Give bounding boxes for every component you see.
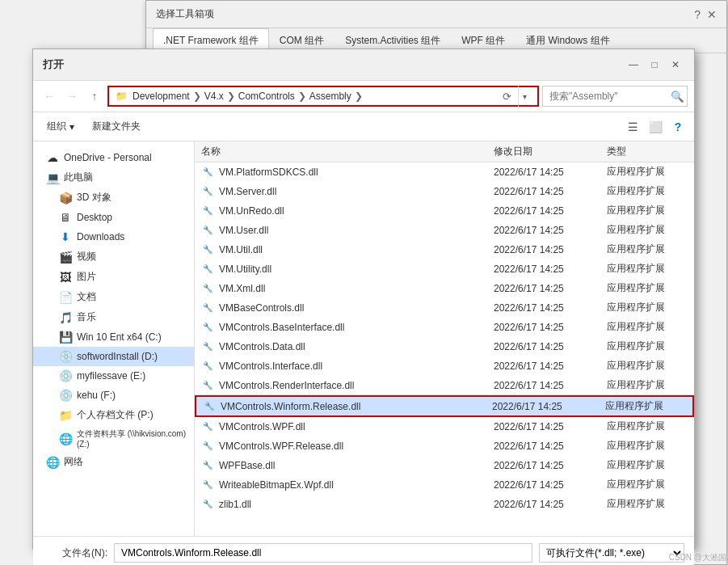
file-name-cell: 🔧VMControls.RenderInterface.dll bbox=[201, 379, 494, 392]
address-bar[interactable]: 📁 Development ❯ V4.x ❯ ComControls ❯ Ass… bbox=[107, 86, 539, 107]
address-dropdown-btn[interactable]: ▾ bbox=[518, 86, 531, 107]
bottom-bar: 文件名(N): 可执行文件(*.dll; *.exe) 打开(O) 取消 bbox=[33, 536, 694, 565]
file-row[interactable]: 🔧VMControls.Winform.Release.dll2022/6/17… bbox=[195, 395, 694, 417]
file-type-cell: 应用程序扩展 bbox=[607, 262, 688, 276]
file-date-cell: 2022/6/17 14:25 bbox=[492, 401, 605, 412]
search-btn[interactable]: 🔍 bbox=[671, 91, 684, 103]
tool-selector-help-btn[interactable]: ? bbox=[694, 8, 701, 21]
forward-btn[interactable]: → bbox=[62, 86, 82, 106]
sidebar-item-network[interactable]: 🌐 网络 bbox=[33, 452, 194, 472]
search-input[interactable] bbox=[542, 86, 688, 107]
filetype-dropdown[interactable]: 可执行文件(*.dll; *.exe) bbox=[539, 543, 684, 563]
sidebar-item-myfiles[interactable]: 💿 myfilessave (E:) bbox=[33, 366, 194, 386]
kehu-label: kehu (F:) bbox=[77, 390, 116, 401]
sidebar-item-share[interactable]: 🌐 文件资料共享 (\\hikvision.com) (Z:) bbox=[33, 425, 194, 452]
breadcrumb-assembly[interactable]: Assembly bbox=[309, 91, 351, 102]
filename-input[interactable] bbox=[114, 543, 532, 563]
file-dll-icon: 🔧 bbox=[201, 263, 214, 276]
sidebar-item-thispc[interactable]: 💻 此电脑 bbox=[33, 167, 194, 188]
sidebar-item-winc[interactable]: 💾 Win 10 Ent x64 (C:) bbox=[33, 327, 194, 347]
maximize-btn[interactable]: □ bbox=[646, 56, 663, 74]
file-date-cell: 2022/6/17 14:25 bbox=[494, 244, 607, 255]
sidebar-item-pictures[interactable]: 🖼 图片 bbox=[33, 267, 194, 287]
file-dll-icon: 🔧 bbox=[201, 379, 214, 392]
file-name-cell: 🔧VM.PlatformSDKCS.dll bbox=[201, 166, 494, 179]
file-row[interactable]: 🔧VM.Xml.dll2022/6/17 14:25应用程序扩展 bbox=[195, 279, 694, 298]
file-type-cell: 应用程序扩展 bbox=[607, 320, 688, 334]
open-dialog-title: 打开 bbox=[43, 57, 64, 72]
file-name-text: VM.User.dll bbox=[219, 225, 268, 236]
toolbar-right: ☰ ⬜ ? bbox=[623, 117, 688, 137]
address-bar-text: 📁 Development ❯ V4.x ❯ ComControls ❯ Ass… bbox=[116, 91, 495, 102]
sidebar-item-desktop[interactable]: 🖥 Desktop bbox=[33, 208, 194, 227]
header-type[interactable]: 类型 bbox=[607, 145, 688, 158]
sidebar-item-downloads[interactable]: ⬇ Downloads bbox=[33, 227, 194, 247]
sidebar-item-music[interactable]: 🎵 音乐 bbox=[33, 307, 194, 327]
file-row[interactable]: 🔧VMControls.Interface.dll2022/6/17 14:25… bbox=[195, 356, 694, 376]
file-dll-icon: 🔧 bbox=[201, 498, 214, 511]
back-btn[interactable]: ← bbox=[40, 86, 59, 106]
file-row[interactable]: 🔧VM.Server.dll2022/6/17 14:25应用程序扩展 bbox=[195, 182, 694, 201]
sidebar-item-3dobjects[interactable]: 📦 3D 对象 bbox=[33, 188, 194, 208]
tool-selector-close-btn[interactable]: ✕ bbox=[707, 8, 717, 21]
file-row[interactable]: 🔧VMBaseControls.dll2022/6/17 14:25应用程序扩展 bbox=[195, 298, 694, 318]
file-dll-icon: 🔧 bbox=[201, 340, 214, 353]
file-rows-container: 🔧VM.PlatformSDKCS.dll2022/6/17 14:25应用程序… bbox=[195, 162, 694, 514]
view-list-btn[interactable]: ☰ bbox=[623, 117, 642, 137]
file-type-cell: 应用程序扩展 bbox=[607, 301, 688, 314]
filename-label: 文件名(N): bbox=[43, 546, 107, 560]
file-name-cell: 🔧VMControls.BaseInterface.dll bbox=[201, 321, 494, 334]
file-row[interactable]: 🔧VMControls.WPF.Release.dll2022/6/17 14:… bbox=[195, 436, 694, 456]
sidebar-item-personal[interactable]: 📁 个人存档文件 (P:) bbox=[33, 405, 194, 425]
breadcrumb-development[interactable]: Development bbox=[133, 91, 190, 102]
file-date-cell: 2022/6/17 14:25 bbox=[494, 302, 607, 314]
file-row[interactable]: 🔧VM.Utility.dll2022/6/17 14:25应用程序扩展 bbox=[195, 259, 694, 279]
up-btn[interactable]: ↑ bbox=[85, 86, 104, 106]
file-list: 名称 修改日期 类型 🔧VM.PlatformSDKCS.dll2022/6/1… bbox=[195, 141, 694, 536]
file-name-cell: 🔧VM.Util.dll bbox=[201, 243, 494, 256]
sidebar-item-documents[interactable]: 📄 文档 bbox=[33, 287, 194, 307]
file-row[interactable]: 🔧VM.PlatformSDKCS.dll2022/6/17 14:25应用程序… bbox=[195, 162, 694, 182]
onedrive-label: OneDrive - Personal bbox=[64, 152, 152, 163]
softword-label: softwordInstall (D:) bbox=[77, 351, 158, 362]
organize-btn[interactable]: 组织 ▾ bbox=[40, 116, 82, 137]
file-list-header: 名称 修改日期 类型 bbox=[195, 141, 694, 162]
address-refresh-btn[interactable]: ⟳ bbox=[499, 88, 515, 104]
breadcrumb-comcontrols[interactable]: ComControls bbox=[238, 91, 295, 102]
new-folder-btn[interactable]: 新建文件夹 bbox=[85, 116, 148, 137]
file-row[interactable]: 🔧VM.UnRedo.dll2022/6/17 14:25应用程序扩展 bbox=[195, 201, 694, 221]
sidebar-item-kehu[interactable]: 💿 kehu (F:) bbox=[33, 386, 194, 405]
help-btn[interactable]: ? bbox=[668, 117, 688, 137]
breadcrumb-v4x[interactable]: V4.x bbox=[204, 91, 224, 102]
file-row[interactable]: 🔧zlib1.dll2022/6/17 14:25应用程序扩展 bbox=[195, 495, 694, 514]
videos-icon: 🎬 bbox=[59, 251, 72, 264]
file-row[interactable]: 🔧VMControls.BaseInterface.dll2022/6/17 1… bbox=[195, 318, 694, 337]
close-btn[interactable]: ✕ bbox=[667, 56, 684, 74]
file-date-cell: 2022/6/17 14:25 bbox=[494, 460, 607, 471]
sidebar-item-onedrive[interactable]: ☁ OneDrive - Personal bbox=[33, 148, 194, 167]
file-row[interactable]: 🔧VMControls.WPF.dll2022/6/17 14:25应用程序扩展 bbox=[195, 417, 694, 436]
file-row[interactable]: 🔧VM.Util.dll2022/6/17 14:25应用程序扩展 bbox=[195, 240, 694, 259]
3dobjects-label: 3D 对象 bbox=[77, 191, 112, 204]
file-name-cell: 🔧WPFBase.dll bbox=[201, 459, 494, 472]
file-row[interactable]: 🔧VMControls.Data.dll2022/6/17 14:25应用程序扩… bbox=[195, 337, 694, 356]
desktop-label: Desktop bbox=[77, 212, 112, 223]
file-row[interactable]: 🔧VM.User.dll2022/6/17 14:25应用程序扩展 bbox=[195, 221, 694, 240]
minimize-btn[interactable]: — bbox=[625, 56, 642, 74]
file-name-text: VMControls.RenderInterface.dll bbox=[219, 380, 354, 391]
personal-label: 个人存档文件 (P:) bbox=[77, 408, 154, 422]
view-preview-btn[interactable]: ⬜ bbox=[646, 117, 665, 137]
file-type-cell: 应用程序扩展 bbox=[607, 339, 688, 353]
open-dialog-titlebar: 打开 — □ ✕ bbox=[33, 49, 694, 81]
file-name-cell: 🔧WriteableBitmapEx.Wpf.dll bbox=[201, 479, 494, 491]
network-label: 网络 bbox=[64, 455, 83, 469]
sidebar-item-videos[interactable]: 🎬 视频 bbox=[33, 247, 194, 267]
file-row[interactable]: 🔧WriteableBitmapEx.Wpf.dll2022/6/17 14:2… bbox=[195, 475, 694, 495]
file-name-cell: 🔧VM.Utility.dll bbox=[201, 263, 494, 276]
header-name[interactable]: 名称 bbox=[201, 145, 494, 158]
file-row[interactable]: 🔧WPFBase.dll2022/6/17 14:25应用程序扩展 bbox=[195, 456, 694, 475]
file-row[interactable]: 🔧VMControls.RenderInterface.dll2022/6/17… bbox=[195, 376, 694, 395]
share-label: 文件资料共享 (\\hikvision.com) (Z:) bbox=[77, 428, 187, 449]
sidebar-item-softword[interactable]: 💿 softwordInstall (D:) bbox=[33, 347, 194, 366]
header-date[interactable]: 修改日期 bbox=[494, 145, 607, 158]
